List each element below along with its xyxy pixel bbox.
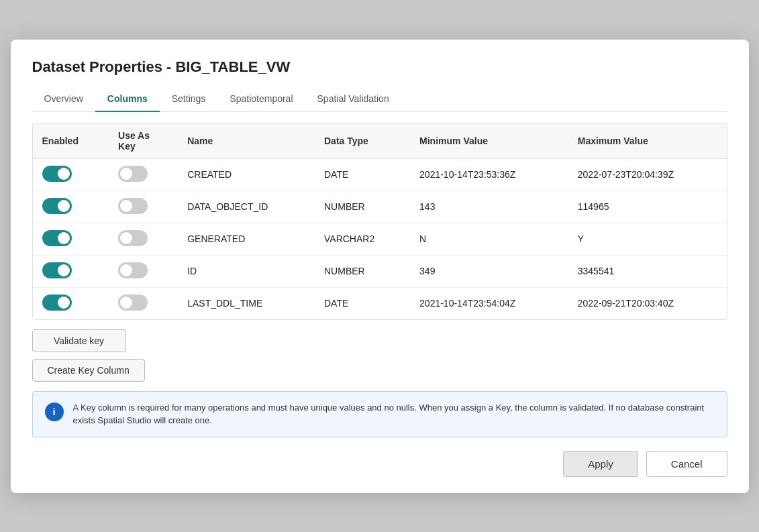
col-header-enabled: Enabled (33, 123, 109, 159)
table-header-row: Enabled Use AsKey Name Data Type Minimum… (33, 123, 727, 159)
row-1-max-value: 114965 (568, 191, 727, 223)
modal-body: Enabled Use AsKey Name Data Type Minimum… (11, 112, 749, 437)
row-0-use-as-key[interactable] (109, 158, 178, 191)
tab-spatiotemporal[interactable]: Spatiotemporal (217, 87, 305, 112)
col-header-name: Name (178, 123, 315, 159)
create-key-column-button[interactable]: Create Key Column (32, 359, 145, 382)
table-row: DATA_OBJECT_IDNUMBER143114965 (33, 191, 727, 223)
row-0-max-value: 2022-07-23T20:04:39Z (568, 158, 727, 191)
row-4-use-as-key[interactable] (109, 287, 178, 319)
col-header-max-value: Maximum Value (568, 123, 727, 159)
key-toggle-2[interactable] (118, 230, 148, 246)
action-buttons: Validate key Create Key Column (32, 329, 727, 382)
row-2-enabled[interactable] (33, 223, 109, 255)
row-2-name: GENERATED (178, 223, 315, 255)
enabled-toggle-1[interactable] (42, 198, 72, 214)
cancel-button[interactable]: Cancel (646, 451, 727, 477)
modal-header: Dataset Properties - BIG_TABLE_VW Overvi… (11, 40, 749, 112)
row-0-name: CREATED (178, 158, 315, 191)
info-box: i A Key column is required for many oper… (32, 391, 727, 437)
row-2-max-value: Y (568, 223, 727, 255)
table-row: GENERATEDVARCHAR2NY (33, 223, 727, 255)
tab-spatial-validation[interactable]: Spatial Validation (305, 87, 401, 112)
modal-footer: Apply Cancel (11, 437, 749, 493)
info-icon: i (45, 403, 64, 421)
enabled-toggle-0[interactable] (42, 166, 72, 182)
modal-overlay: Dataset Properties - BIG_TABLE_VW Overvi… (0, 0, 759, 532)
row-4-data-type: DATE (315, 287, 410, 319)
row-1-min-value: 143 (410, 191, 568, 223)
key-toggle-3[interactable] (118, 262, 148, 278)
key-toggle-1[interactable] (118, 198, 148, 214)
row-4-name: LAST_DDL_TIME (178, 287, 315, 319)
modal-title: Dataset Properties - BIG_TABLE_VW (32, 58, 727, 76)
enabled-toggle-4[interactable] (42, 295, 72, 311)
table-row: IDNUMBER3493345541 (33, 255, 727, 287)
enabled-toggle-2[interactable] (42, 230, 72, 246)
columns-table-container[interactable]: Enabled Use AsKey Name Data Type Minimum… (32, 123, 727, 320)
row-3-enabled[interactable] (33, 255, 109, 287)
info-text: A Key column is required for many operat… (73, 401, 715, 427)
row-3-use-as-key[interactable] (109, 255, 178, 287)
col-header-min-value: Minimum Value (410, 123, 568, 159)
enabled-toggle-3[interactable] (42, 262, 72, 278)
row-1-enabled[interactable] (33, 191, 109, 223)
row-0-enabled[interactable] (33, 158, 109, 191)
tab-bar: Overview Columns Settings Spatiotemporal… (32, 87, 727, 112)
row-4-max-value: 2022-09-21T20:03:40Z (568, 287, 727, 319)
table-row: CREATEDDATE2021-10-14T23:53:36Z2022-07-2… (33, 158, 727, 191)
tab-settings[interactable]: Settings (160, 87, 218, 112)
row-4-min-value: 2021-10-14T23:54:04Z (410, 287, 568, 319)
row-0-data-type: DATE (315, 158, 410, 191)
row-2-data-type: VARCHAR2 (315, 223, 410, 255)
key-toggle-4[interactable] (118, 295, 148, 311)
modal-dialog: Dataset Properties - BIG_TABLE_VW Overvi… (11, 40, 749, 493)
tab-overview[interactable]: Overview (32, 87, 95, 112)
tab-columns[interactable]: Columns (95, 87, 160, 112)
row-1-name: DATA_OBJECT_ID (178, 191, 315, 223)
row-1-use-as-key[interactable] (109, 191, 178, 223)
columns-table: Enabled Use AsKey Name Data Type Minimum… (33, 123, 727, 319)
row-3-min-value: 349 (410, 255, 568, 287)
col-header-use-as-key: Use AsKey (109, 123, 178, 159)
validate-key-button[interactable]: Validate key (32, 329, 126, 352)
table-row: LAST_DDL_TIMEDATE2021-10-14T23:54:04Z202… (33, 287, 727, 319)
row-0-min-value: 2021-10-14T23:53:36Z (410, 158, 568, 191)
col-header-data-type: Data Type (315, 123, 410, 159)
row-1-data-type: NUMBER (315, 191, 410, 223)
row-4-enabled[interactable] (33, 287, 109, 319)
row-3-name: ID (178, 255, 315, 287)
key-toggle-0[interactable] (118, 166, 148, 182)
apply-button[interactable]: Apply (563, 451, 638, 477)
row-2-min-value: N (410, 223, 568, 255)
row-2-use-as-key[interactable] (109, 223, 178, 255)
row-3-max-value: 3345541 (568, 255, 727, 287)
row-3-data-type: NUMBER (315, 255, 410, 287)
